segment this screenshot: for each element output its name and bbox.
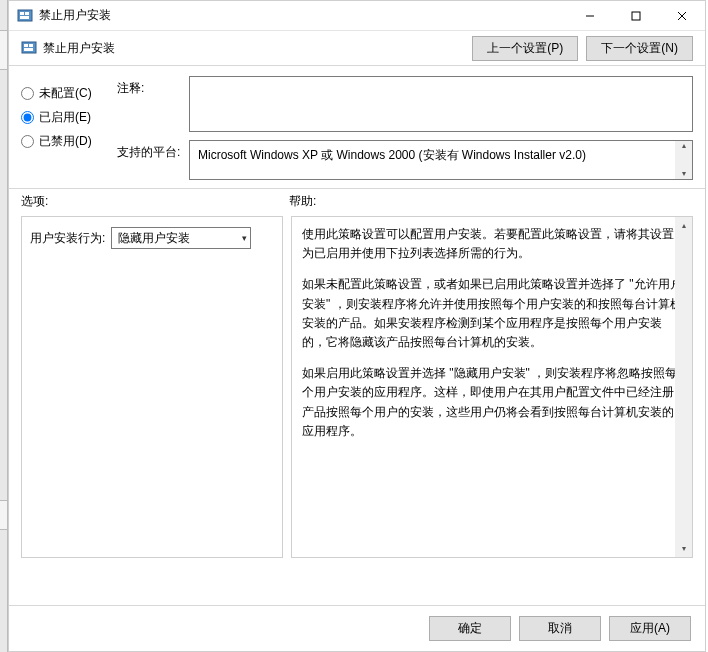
svg-rect-0 <box>18 10 32 21</box>
dropdown-selected-value: 隐藏用户安装 <box>118 230 190 247</box>
policy-icon <box>21 40 37 56</box>
comment-textarea[interactable] <box>189 76 693 132</box>
radio-disabled-input[interactable] <box>21 135 34 148</box>
svg-rect-8 <box>22 42 36 53</box>
user-install-behavior-dropdown[interactable]: 隐藏用户安装 ▾ <box>111 227 251 249</box>
svg-rect-2 <box>25 12 29 15</box>
radio-not-configured-input[interactable] <box>21 87 34 100</box>
help-panel: 使用此策略设置可以配置用户安装。若要配置此策略设置，请将其设置为已启用并使用下拉… <box>291 216 693 558</box>
scroll-up-icon: ▴ <box>682 141 686 151</box>
maximize-button[interactable] <box>613 1 659 31</box>
scroll-down-icon: ▾ <box>682 540 686 557</box>
supported-platform-text: Microsoft Windows XP 或 Windows 2000 (安装有… <box>198 148 586 162</box>
ok-button[interactable]: 确定 <box>429 616 511 641</box>
user-install-behavior-label: 用户安装行为: <box>30 227 105 247</box>
comment-label: 注释: <box>117 76 181 97</box>
platform-label: 支持的平台: <box>117 140 181 161</box>
svg-rect-10 <box>29 44 33 47</box>
options-panel: 用户安装行为: 隐藏用户安装 ▾ <box>21 216 283 558</box>
scroll-up-icon: ▴ <box>682 217 686 234</box>
apply-button[interactable]: 应用(A) <box>609 616 691 641</box>
radio-not-configured[interactable]: 未配置(C) <box>21 85 109 102</box>
titlebar: 禁止用户安装 <box>9 1 705 31</box>
header-title: 禁止用户安装 <box>43 40 115 57</box>
radio-disabled[interactable]: 已禁用(D) <box>21 133 109 150</box>
chevron-down-icon: ▾ <box>242 233 247 243</box>
svg-rect-1 <box>20 12 24 15</box>
svg-rect-11 <box>24 48 33 51</box>
window-title: 禁止用户安装 <box>39 7 111 24</box>
help-scrollbar[interactable]: ▴ ▾ <box>675 217 692 557</box>
supported-platform-box: Microsoft Windows XP 或 Windows 2000 (安装有… <box>189 140 693 180</box>
radio-enabled[interactable]: 已启用(E) <box>21 109 109 126</box>
options-section-label: 选项: <box>21 193 289 210</box>
scroll-down-icon: ▾ <box>682 169 686 179</box>
next-setting-button[interactable]: 下一个设置(N) <box>586 36 693 61</box>
help-paragraph-2: 如果未配置此策略设置，或者如果已启用此策略设置并选择了 "允许用户安装" ，则安… <box>302 275 682 352</box>
help-paragraph-3: 如果启用此策略设置并选择 "隐藏用户安装" ，则安装程序将忽略按照每个用户安装的… <box>302 364 682 441</box>
svg-rect-9 <box>24 44 28 47</box>
help-section-label: 帮助: <box>289 193 316 210</box>
minimize-button[interactable] <box>567 1 613 31</box>
svg-rect-5 <box>632 12 640 20</box>
help-paragraph-1: 使用此策略设置可以配置用户安装。若要配置此策略设置，请将其设置为已启用并使用下拉… <box>302 225 682 263</box>
platform-scrollbar[interactable]: ▴ ▾ <box>675 141 692 179</box>
radio-enabled-input[interactable] <box>21 111 34 124</box>
app-icon <box>17 8 33 24</box>
svg-rect-3 <box>20 16 29 19</box>
previous-setting-button[interactable]: 上一个设置(P) <box>472 36 578 61</box>
close-button[interactable] <box>659 1 705 31</box>
cancel-button[interactable]: 取消 <box>519 616 601 641</box>
